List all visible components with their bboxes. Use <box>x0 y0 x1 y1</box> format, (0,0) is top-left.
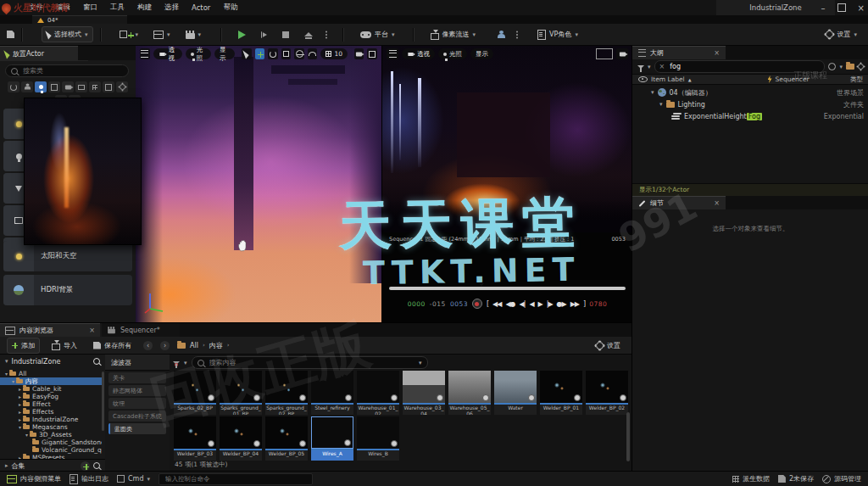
eject-button[interactable] <box>300 30 317 39</box>
viewport-menu-icon[interactable] <box>140 48 150 59</box>
viewport-menu-icon[interactable] <box>387 48 398 59</box>
asset-card[interactable]: Welder_BP_02 <box>586 371 628 415</box>
category-volumes-icon[interactable] <box>103 81 114 92</box>
chevron-down-icon[interactable]: ▾ <box>648 64 651 70</box>
close-button[interactable]: × <box>858 3 865 13</box>
details-tab[interactable]: 细节 × <box>632 196 726 209</box>
console-command-field[interactable] <box>159 473 313 485</box>
new-folder-icon[interactable] <box>846 64 854 70</box>
close-tab-icon[interactable]: × <box>714 49 720 57</box>
cine-lit-dropdown[interactable]: 光照 <box>438 48 467 59</box>
chevron-down-icon[interactable]: ▾ <box>184 360 187 366</box>
vp-roles-dropdown[interactable]: VP角色 ▾ <box>533 27 582 42</box>
save-button[interactable] <box>7 31 14 38</box>
console-command-input[interactable] <box>164 474 308 483</box>
breadcrumb-current[interactable]: 内容 <box>209 341 223 350</box>
filter-static-mesh[interactable]: 静态网格体 <box>108 385 166 396</box>
clear-search-icon[interactable]: × <box>659 63 665 70</box>
surface-snap-toggle[interactable] <box>308 48 318 59</box>
tree-item-all[interactable]: ▾All <box>0 370 102 377</box>
asset-card[interactable]: Sparks_ground_02_BP <box>265 371 308 415</box>
menu-window[interactable]: 窗口 <box>83 3 97 13</box>
multi-user-kebab[interactable] <box>516 34 518 36</box>
asset-search[interactable]: ▾ <box>192 356 428 369</box>
output-log-button[interactable]: 输出日志 <box>70 474 108 484</box>
asset-card[interactable]: Wires_B <box>357 416 399 461</box>
tree-item-easyfog[interactable]: ▸EasyFog <box>0 393 102 400</box>
pixel-streaming-dropdown[interactable]: 像素流送 ▾ <box>426 27 481 42</box>
add-actor-dropdown[interactable]: ▾ <box>115 28 143 41</box>
outliner-row-lighting[interactable]: ▾ Lighting 文件夹 <box>632 98 868 110</box>
sequencer-column[interactable]: Sequencer <box>776 75 810 83</box>
outliner-search-input[interactable] <box>668 62 820 71</box>
place-actor-search-input[interactable] <box>21 66 123 75</box>
back-button[interactable]: ‹ <box>143 341 153 350</box>
filter-level[interactable]: 关卡 <box>108 372 166 383</box>
main-viewport[interactable]: 透视 光照 显示 10 <box>136 46 381 322</box>
cmd-dropdown[interactable]: Cmd ▾ <box>117 475 150 483</box>
menu-file[interactable]: 文件 <box>29 3 43 13</box>
close-tab-icon[interactable]: × <box>714 199 720 207</box>
picture-in-picture-icon[interactable] <box>596 48 613 59</box>
import-button[interactable]: 导入 <box>47 338 81 353</box>
asset-card[interactable]: Welder_BP_01 <box>540 371 582 415</box>
record-button[interactable] <box>472 299 482 309</box>
cine-camera-button[interactable] <box>616 48 628 59</box>
breadcrumb-root[interactable]: All <box>190 342 198 349</box>
minimize-button[interactable]: – <box>821 3 826 13</box>
cine-preview-viewport[interactable]: 透视 光照 显示 Sequence01 固定焦距 (24mm x 11mm) |… <box>381 46 632 322</box>
menu-edit[interactable]: 编辑 <box>56 3 70 13</box>
set-start-button[interactable]: [ <box>487 300 488 308</box>
category-recent-icon[interactable] <box>8 81 19 92</box>
asset-card[interactable]: Welder_BP_05 <box>265 416 308 461</box>
source-control-button[interactable]: 源码管理 <box>822 474 861 483</box>
outliner-row-fog[interactable]: ExponentialHeight Fog Exponential <box>632 110 868 122</box>
cine-perspective-dropdown[interactable]: 透视 <box>402 48 435 59</box>
sequencer-tab[interactable]: Sequencer* <box>102 323 180 337</box>
asset-card[interactable]: Welder_BP_03 <box>174 416 216 461</box>
multi-user-button[interactable] <box>495 28 508 41</box>
expand-arrow[interactable]: ▾ <box>651 89 654 96</box>
category-cinematic-icon[interactable] <box>62 81 74 92</box>
asset-card[interactable]: Warehouse_01_02 <box>357 371 399 415</box>
stop-button[interactable] <box>278 29 293 41</box>
menu-select[interactable]: 选择 <box>164 3 179 13</box>
category-geometry-icon[interactable] <box>89 81 101 92</box>
asset-filter-funnel-icon[interactable] <box>173 361 180 365</box>
asset-card[interactable]: Sparks_02_BP <box>174 371 216 415</box>
asset-card[interactable]: Warehouse_03_04 <box>403 371 445 415</box>
type-column[interactable]: 类型 <box>850 75 863 84</box>
collections-bar[interactable]: ▸ 合集 <box>0 459 105 472</box>
save-all-button[interactable]: 保存所有 <box>89 338 136 353</box>
place-actor-search[interactable] <box>5 64 129 77</box>
asset-card[interactable]: Water <box>494 371 537 415</box>
filter-funnel-icon[interactable] <box>637 65 644 69</box>
tree-item-effects[interactable]: ▸Effects <box>0 408 102 416</box>
set-end-button[interactable]: ] <box>583 300 585 308</box>
asset-search-input[interactable] <box>208 358 415 367</box>
blueprints-dropdown[interactable]: ▾ <box>149 28 175 42</box>
tree-item-volcanic-ground[interactable]: Volcanic_Ground_qcjr <box>0 446 102 454</box>
grid-snap-dropdown[interactable]: 10 <box>320 48 348 59</box>
asset-card[interactable]: Steel_refinery <box>311 371 353 415</box>
tree-item-3d-assets[interactable]: ▾3D_Assets <box>0 431 102 439</box>
content-browser-tab[interactable]: 内容浏览器 × <box>0 323 100 337</box>
step-forward-button[interactable]: |▶ <box>547 300 553 308</box>
category-shapes-icon[interactable] <box>48 81 60 92</box>
category-visual-effects-icon[interactable] <box>75 81 87 92</box>
asset-card[interactable]: Welder_BP_04 <box>220 416 262 461</box>
selection-mode-dropdown[interactable]: 选择模式 ▾ <box>42 26 93 42</box>
expand-arrow[interactable]: ▾ <box>659 101 663 108</box>
outliner-search[interactable]: × <box>654 60 826 73</box>
play-options-kebab[interactable] <box>326 34 327 36</box>
next-keyframe-button[interactable]: ●▶ <box>557 300 566 308</box>
cine-show-dropdown[interactable]: 显示 <box>470 48 493 59</box>
category-basic-icon[interactable] <box>21 81 33 92</box>
close-tab-icon[interactable]: × <box>89 327 95 334</box>
tree-item-cable-kit[interactable]: ▸Cable_kit <box>0 385 102 393</box>
maximize-viewport-button[interactable] <box>367 48 377 59</box>
content-settings-dropdown[interactable]: 设置 <box>592 338 625 353</box>
item-label-column[interactable]: Item Label <box>651 75 685 83</box>
outliner-row-world[interactable]: ▾ 04（编辑器） 世界场景 <box>632 87 868 98</box>
settings-dropdown[interactable]: 设置 ▾ <box>821 27 861 42</box>
